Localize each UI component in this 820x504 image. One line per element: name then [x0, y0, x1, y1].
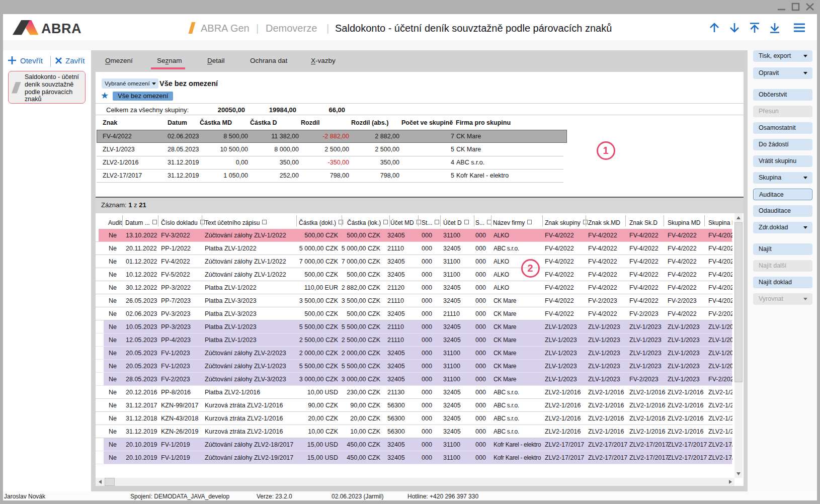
- groups-col-header[interactable]: Firma pro skupinu: [456, 119, 511, 126]
- open-button[interactable]: [7, 55, 17, 65]
- action-button-auditace[interactable]: Auditace: [753, 189, 812, 200]
- column-filter-icon[interactable]: [152, 220, 157, 224]
- hscrollbar-thumb[interactable]: [105, 478, 115, 486]
- journal-col-header[interactable]: Částka (lok.): [347, 219, 381, 226]
- action-button-odauditace[interactable]: Odauditace: [753, 205, 812, 217]
- journal-row[interactable]: Ne20.05.2023FV-1/2023Zúčtování zálohy ZL…: [96, 347, 732, 360]
- journal-row[interactable]: Ne30.12.2022PP-3/2022Platba ZLV-1/202211…: [96, 281, 732, 294]
- column-filter-icon[interactable]: [383, 220, 388, 224]
- maximize-button[interactable]: [788, 0, 803, 14]
- journal-col-header[interactable]: Datum ...: [125, 219, 150, 226]
- tab-omezen-[interactable]: Omezení: [105, 57, 133, 64]
- column-filter-icon[interactable]: [527, 220, 532, 224]
- action-button-opravit[interactable]: Opravit: [753, 67, 812, 79]
- arrow-down-icon[interactable]: [728, 21, 741, 34]
- column-filter-icon[interactable]: [200, 220, 205, 224]
- tab-seznam[interactable]: Seznam: [157, 57, 182, 64]
- journal-row[interactable]: Ne13.10.2022FV-3/2022Zúčtování zálohy ZL…: [96, 229, 732, 242]
- journal-cell-s: 000: [475, 415, 486, 422]
- scroll-left-button[interactable]: [97, 478, 105, 486]
- groups-col-header[interactable]: Rozdíl: [301, 119, 320, 126]
- groups-col-header[interactable]: Počet ve skupině: [401, 119, 453, 126]
- journal-row[interactable]: Ne20.11.2022PP-1/2022Platba ZLV-1/20225 …: [96, 242, 732, 255]
- journal-col-header[interactable]: S...: [475, 219, 484, 226]
- journal-col-header[interactable]: Text účetního zápisu: [205, 219, 260, 226]
- journal-row[interactable]: Ne10.12.2022FV-5/2022Zúčtování zálohy ZL…: [96, 268, 732, 281]
- journal-row[interactable]: Ne31.12.2017KZN-99/2017Kurzová ztráta ZL…: [96, 399, 732, 412]
- vscrollbar-thumb[interactable]: [734, 222, 743, 382]
- journal-col-header[interactable]: Číslo dokladu: [161, 219, 198, 226]
- journal-row[interactable]: Ne31.12.2018KZN-43/2018Kurzová ztráta ZL…: [96, 412, 732, 425]
- scroll-up-button[interactable]: [734, 213, 743, 222]
- close-button[interactable]: [803, 0, 818, 14]
- journal-col-header[interactable]: Znak Sk.D: [629, 219, 658, 226]
- journal-row[interactable]: Ne20.10.2019FV-1/2019Zúčtování zálohy ZL…: [96, 438, 732, 451]
- journal-cell-znak_sk_d: FV-4/2022: [629, 297, 659, 304]
- tab-detail[interactable]: Detail: [207, 57, 225, 64]
- action-button-skupina[interactable]: Skupina: [753, 172, 812, 184]
- journal-row[interactable]: Ne12.05.2023PP-4/2023Platba ZLV-1/20232 …: [96, 333, 732, 347]
- journal-cell-text: Zúčtování zálohy ZLV-3/2023: [205, 376, 286, 383]
- groups-col-header[interactable]: Rozdíl (abs.): [351, 119, 388, 126]
- journal-col-header[interactable]: Skupina D: [708, 219, 732, 226]
- action-button-najít[interactable]: Najít: [753, 243, 812, 255]
- action-button-do-žádostí[interactable]: Do žádostí: [753, 139, 812, 150]
- journal-col-header[interactable]: Částka (dokl.): [299, 219, 336, 226]
- minimize-button[interactable]: [774, 0, 789, 14]
- arrow-to-bottom-icon[interactable]: [768, 21, 781, 34]
- groups-col-header[interactable]: Datum: [168, 119, 187, 126]
- tab-ochrana-dat[interactable]: Ochrana dat: [250, 57, 287, 64]
- journal-col-header[interactable]: St...: [422, 219, 432, 226]
- journal-row[interactable]: Ne20.12.2016PP-8/2016Platba ZLV2-1/20161…: [96, 386, 732, 399]
- close-tab-button[interactable]: [55, 57, 62, 64]
- journal-row[interactable]: Ne26.05.2023PP-7/2023Platba ZLV-3/20233 …: [96, 294, 732, 307]
- column-filter-icon[interactable]: [435, 220, 439, 224]
- journal-col-header[interactable]: Účet D: [443, 219, 462, 226]
- journal-col-header[interactable]: Skupina MD: [668, 219, 700, 226]
- journal-row[interactable]: Ne31.12.2019KZN-26/2019Kurzová ztráta ZL…: [96, 425, 732, 438]
- column-filter-icon[interactable]: [262, 220, 267, 224]
- arrow-to-top-icon[interactable]: [748, 21, 761, 34]
- journal-cell-skupina_d: FV-2/2023: [708, 310, 732, 317]
- action-button-tisk-export[interactable]: Tisk, export: [753, 50, 812, 62]
- column-filter-icon[interactable]: [464, 220, 469, 224]
- close-tab-button-label[interactable]: Zavřít: [65, 56, 85, 65]
- journal-col-header[interactable]: Audit: [108, 219, 122, 226]
- action-button-najít-doklad[interactable]: Najít doklad: [753, 277, 812, 288]
- journal-row[interactable]: Ne01.12.2022FV-4/2022Zúčtování zálohy ZL…: [96, 255, 732, 268]
- journal-col-header[interactable]: Účet MD: [390, 219, 414, 226]
- journal-col-header[interactable]: Znak skupiny: [545, 219, 581, 226]
- journal-col-header[interactable]: Znak sk.MD: [588, 219, 620, 226]
- journal-cell-st: 000: [422, 232, 432, 239]
- selected-restriction-dropdown[interactable]: Vybrané omezení: [102, 78, 158, 89]
- column-filter-icon[interactable]: [339, 220, 343, 224]
- restriction-chip[interactable]: Vše bez omezení: [113, 92, 173, 101]
- tab-x-vazby[interactable]: X-vazby: [311, 57, 336, 64]
- journal-hscrollbar[interactable]: [96, 478, 734, 486]
- groups-col-header[interactable]: Znak: [103, 119, 117, 126]
- journal-row[interactable]: Ne20.05.2023FV-1/2023Zúčtování zálohy ZL…: [96, 360, 732, 373]
- action-button-osamostatnit[interactable]: Osamostatnit: [753, 122, 812, 134]
- scroll-right-button[interactable]: [726, 478, 734, 486]
- action-button-občerstvit[interactable]: Občerstvit: [753, 89, 812, 101]
- journal-row[interactable]: Ne02.06.2023PV-3/2023Platba ZLV-3/202350…: [96, 307, 732, 320]
- action-button-zdr-doklad[interactable]: Zdr.doklad: [753, 222, 812, 233]
- journal-row[interactable]: Ne28.05.2023FV-2/2023Zúčtování zálohy ZL…: [96, 373, 732, 386]
- journal-cell-text: Zúčtování zálohy ZLV-1/2022: [205, 258, 286, 265]
- journal-col-header[interactable]: Název firmy: [493, 219, 525, 226]
- journal-row[interactable]: Ne10.05.2023PP-3/2023Platba ZLV-1/20235 …: [96, 320, 732, 333]
- action-button-vrátit-skupinu[interactable]: Vrátit skupinu: [753, 155, 812, 167]
- journal-row[interactable]: Ne20.10.2019FV-1/2019Zúčtování zálohy ZL…: [96, 451, 732, 464]
- arrow-up-icon[interactable]: [708, 21, 721, 34]
- groups-col-header[interactable]: Částka D: [250, 119, 277, 126]
- menu-icon[interactable]: [793, 21, 806, 34]
- scroll-down-button[interactable]: [734, 469, 743, 478]
- journal-cell-st: 000: [422, 323, 432, 330]
- column-filter-icon[interactable]: [417, 220, 421, 224]
- journal-vscrollbar[interactable]: [734, 213, 743, 478]
- groups-col-header[interactable]: Částka MD: [200, 119, 232, 126]
- sidebar-item-saldokonto[interactable]: Saldokonto - účetní deník souvztažně pod…: [8, 71, 86, 104]
- star-icon[interactable]: ★: [101, 91, 109, 100]
- open-button-label[interactable]: Otevřít: [20, 56, 43, 65]
- journal-cell-firma: CK Mare: [494, 297, 543, 304]
